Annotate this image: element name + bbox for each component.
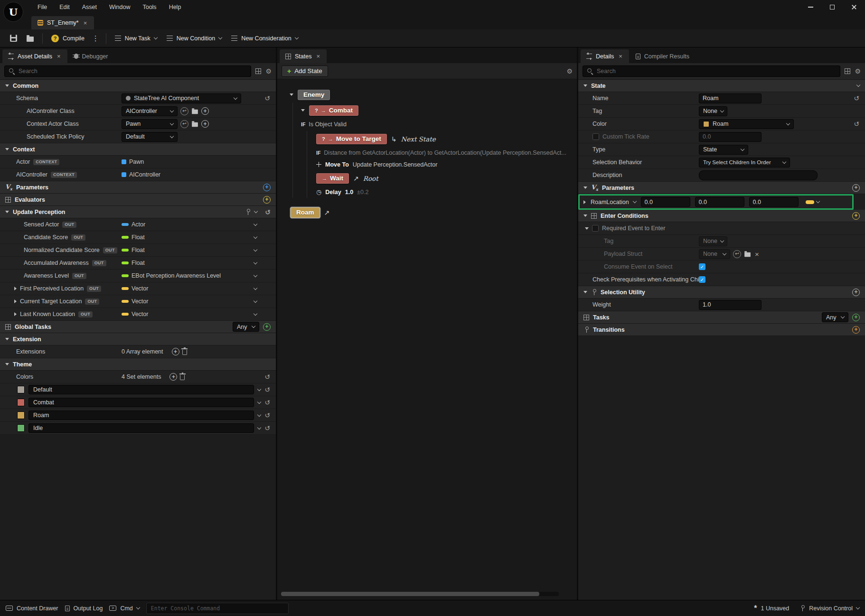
close-tab-icon[interactable]: × [315,53,321,59]
section-parameters[interactable]: V Parameters [578,182,865,194]
tasks-mode-dropdown[interactable]: Any [822,312,848,322]
expander-icon[interactable] [583,84,587,87]
add-condition-icon[interactable] [852,212,860,220]
cmd-button[interactable]: Cmd [109,602,139,615]
add-global-task-icon[interactable] [263,323,271,331]
section-extension[interactable]: Extension [0,333,276,345]
search-input[interactable] [597,68,836,75]
trash-icon[interactable] [180,375,185,380]
browse-icon[interactable] [192,110,198,114]
section-tasks[interactable]: Tasks Any [578,311,865,324]
add-parameter-icon[interactable] [852,184,860,192]
close-window-button[interactable] [843,0,865,14]
reset-icon[interactable]: ↺ [264,373,270,380]
state-node-move-to-target[interactable]: ? → Move to Target [316,134,387,144]
schema-dropdown[interactable]: StateTree AI Component [122,93,241,103]
menu-asset[interactable]: Asset [76,0,103,14]
unsaved-changes-button[interactable]: * 1 Unsaved [754,602,789,615]
chevron-down-icon[interactable] [257,425,261,429]
console-command-input[interactable] [146,603,289,614]
search-box[interactable] [4,65,251,77]
gear-icon[interactable]: ⚙ [566,68,573,75]
expander-icon[interactable] [583,291,587,293]
chevron-down-icon[interactable] [254,299,257,302]
selection-behavior-dropdown[interactable]: Try Select Children In Order [699,158,790,168]
context-actor-class-dropdown[interactable]: Pawn [122,119,178,129]
roamlocation-z-input[interactable] [749,197,799,207]
required-event-checkbox[interactable] [592,225,599,232]
add-parameter-icon[interactable] [263,184,271,191]
section-common[interactable]: Common [0,80,276,92]
custom-tick-input[interactable] [699,132,762,142]
browse-to-asset-button[interactable] [22,31,38,46]
clear-icon[interactable]: × [754,251,760,258]
add-evaluator-icon[interactable] [263,196,271,204]
menu-window[interactable]: Window [103,0,136,14]
horizontal-scrollbar[interactable] [281,592,559,596]
payload-struct-dropdown[interactable]: None [699,249,730,259]
add-consideration-icon[interactable] [852,289,860,296]
tab-compiler-results[interactable]: Compiler Results [630,49,695,63]
close-tab-icon[interactable]: × [83,20,88,26]
chevron-down-icon[interactable] [254,273,257,277]
type-dropdown[interactable]: State [699,145,748,155]
description-input[interactable] [699,170,818,180]
section-selection-utility[interactable]: Selection Utility [578,286,865,299]
chevron-down-icon[interactable] [254,247,257,251]
menu-file[interactable]: File [31,0,53,14]
expander-icon[interactable] [5,148,9,150]
compile-options-button[interactable]: ⋮ [90,31,102,46]
state-node-wait[interactable]: → Wait [316,173,349,184]
global-tasks-mode-dropdown[interactable]: Any [233,322,259,332]
new-condition-button[interactable]: New Condition [162,31,226,46]
vector-pin-icon[interactable] [806,200,814,204]
color-name-field[interactable]: Combat [28,398,254,407]
tab-debugger[interactable]: Debugger [68,49,114,63]
tick-policy-dropdown[interactable]: Default [122,132,178,142]
gear-icon[interactable]: ⚙ [265,68,272,75]
expander-icon[interactable] [5,211,9,213]
color-swatch[interactable] [17,386,25,393]
add-transition-icon[interactable] [852,326,860,334]
expander-icon[interactable] [5,338,9,340]
tab-asset-details[interactable]: Asset Details × [2,49,67,63]
expander-icon[interactable] [14,312,17,316]
add-element-icon[interactable] [169,373,177,381]
chevron-down-icon[interactable] [816,199,819,203]
expander-icon[interactable] [290,93,293,96]
grid-view-icon[interactable] [255,68,261,74]
add-state-button[interactable]: + Add State [282,65,328,77]
reset-icon[interactable]: ↺ [264,412,270,419]
menu-edit[interactable]: Edit [53,0,76,14]
menu-help[interactable]: Help [163,0,188,14]
save-button[interactable] [6,31,21,46]
tab-details[interactable]: Details × [581,49,629,63]
section-parameters[interactable]: V Parameters [0,181,276,194]
section-evaluators[interactable]: Evaluators [0,194,276,206]
reset-icon[interactable]: ↺ [854,121,859,127]
state-node-combat[interactable]: ? → Combat [309,105,358,116]
chevron-down-icon[interactable] [254,234,257,238]
unreal-logo-icon[interactable]: U [3,2,23,22]
section-global-tasks[interactable]: Global Tasks Any [0,321,276,333]
reset-icon[interactable]: ↺ [264,399,270,406]
roamlocation-y-input[interactable] [695,197,744,207]
expander-icon[interactable] [301,109,305,112]
color-swatch[interactable] [17,411,25,419]
expander-icon[interactable] [14,299,17,303]
new-consideration-button[interactable]: New Consideration [227,31,302,46]
reset-icon[interactable]: ↺ [265,209,271,215]
section-state[interactable]: State [578,80,865,92]
custom-tick-checkbox[interactable] [592,133,599,140]
grid-view-icon[interactable] [845,68,850,74]
chevron-down-icon[interactable] [254,260,257,264]
section-update-perception[interactable]: Update Perception ↺ [0,206,276,218]
close-tab-icon[interactable]: × [618,53,623,59]
close-tab-icon[interactable]: × [56,53,62,59]
expander-icon[interactable] [583,187,587,189]
asset-tab-st-enemy[interactable]: ST_Enemy* × [31,16,94,29]
chevron-down-icon[interactable] [254,311,257,315]
use-selected-icon[interactable]: ↩ [733,250,741,258]
chevron-down-icon[interactable] [257,400,261,403]
name-input[interactable] [699,93,762,103]
